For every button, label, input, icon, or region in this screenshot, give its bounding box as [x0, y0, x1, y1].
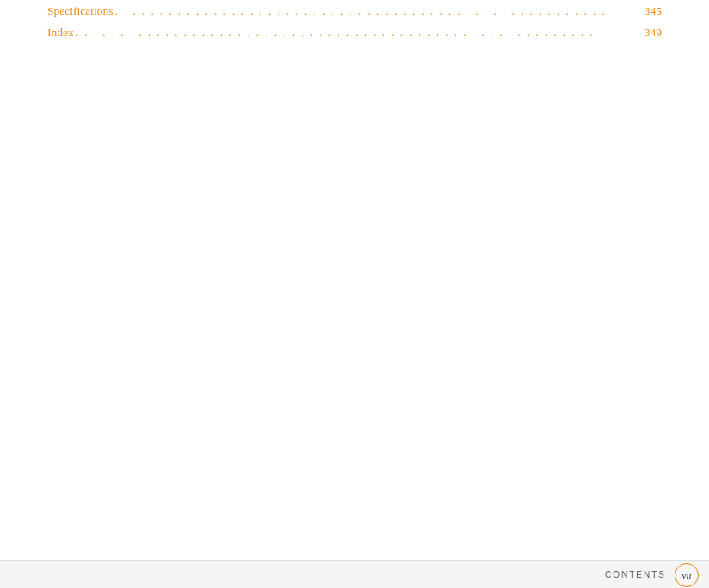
toc-page-specifications: 345	[645, 3, 662, 20]
toc-dots-specifications: . . . . . . . . . . . . . . . . . . . . …	[114, 3, 642, 19]
toc-link-specifications[interactable]: Specifications	[47, 3, 113, 20]
toc-page-index: 349	[645, 25, 662, 41]
toc-dots-index: . . . . . . . . . . . . . . . . . . . . …	[76, 25, 643, 40]
toc-entry-specifications[interactable]: Specifications . . . . . . . . . . . . .…	[47, 3, 662, 20]
toc-entry-index[interactable]: Index . . . . . . . . . . . . . . . . . …	[47, 25, 662, 41]
footer-page-number: vii	[675, 563, 699, 587]
footer-contents-label: CONTENTS	[605, 570, 666, 579]
toc-section: Specifications . . . . . . . . . . . . .…	[0, 0, 709, 41]
toc-link-index[interactable]: Index	[47, 25, 74, 41]
footer: CONTENTS vii	[0, 560, 709, 588]
